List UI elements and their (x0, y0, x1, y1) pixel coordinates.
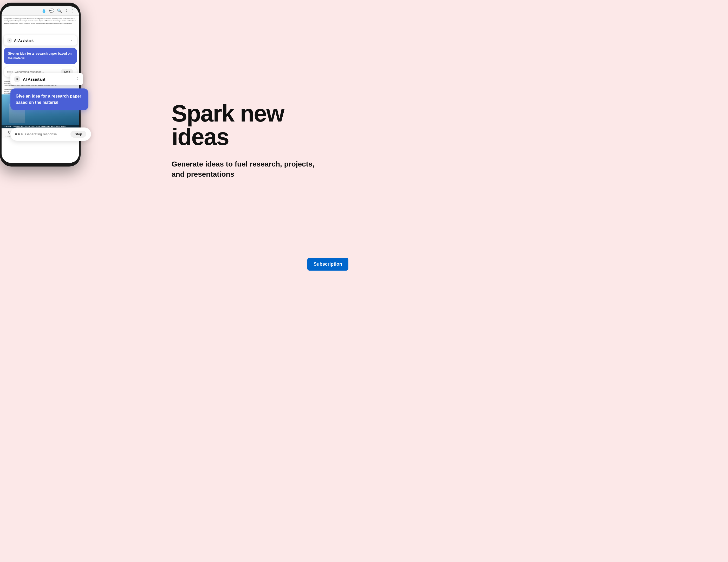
dot-3 (11, 71, 13, 73)
ai-assistant-title: AI Assistant (14, 38, 34, 42)
headline: Spark new ideas (172, 102, 343, 148)
ai-more-button[interactable]: ⋮ (70, 38, 74, 43)
loading-dots (7, 71, 13, 73)
right-section: Spark new ideas Generate ideas to fuel r… (156, 0, 364, 281)
headline-line1: Spark new (172, 102, 343, 125)
big-dot-3 (21, 133, 23, 135)
floating-stop-button[interactable]: Stop (70, 131, 86, 138)
subscription-badge[interactable]: Subscription (307, 258, 348, 270)
ai-close-button[interactable]: × (7, 38, 12, 43)
ai-assistant-panel: × AI Assistant ⋮ (4, 35, 77, 46)
subscription-label: Subscription (314, 261, 342, 267)
phone-document-text-top: Compared to badminton, pickleball shares… (2, 16, 79, 35)
more-icon[interactable]: ⋮ (71, 8, 75, 13)
big-dot-1 (15, 133, 17, 135)
comment-icon[interactable]: 💬 (49, 8, 54, 13)
phone-prompt-bubble: Give an idea for a research paper based … (4, 48, 77, 64)
big-loading-dots (15, 133, 23, 135)
floating-ai-panel: × AI Assistant ⋮ (10, 73, 83, 85)
dot-1 (7, 71, 9, 73)
big-dot-2 (18, 133, 20, 135)
floating-generating-text: Generating response... (25, 132, 60, 136)
floating-ai-more-button[interactable]: ⋮ (75, 76, 80, 82)
floating-ai-title: AI Assistant (23, 77, 45, 81)
headline-line2: ideas (172, 125, 343, 148)
floating-generating-bar: Generating response... Stop (10, 127, 91, 141)
share-icon[interactable]: ⇪ (65, 8, 68, 13)
search-icon[interactable]: 🔍 (57, 8, 62, 13)
dot-2 (9, 71, 11, 73)
floating-prompt-text: Give an idea for a research paper based … (16, 93, 83, 106)
topbar-icons: 💧 💬 🔍 ⇪ ⋮ (41, 8, 75, 13)
phone-topbar: ← 💧 💬 🔍 ⇪ ⋮ (2, 6, 79, 16)
floating-prompt-bubble: Give an idea for a research paper based … (10, 88, 88, 110)
subheadline: Generate ideas to fuel research, project… (172, 159, 317, 179)
highlight-icon[interactable]: 💧 (41, 8, 47, 13)
floating-ai-close-button[interactable]: × (14, 76, 20, 82)
phone-prompt-text: Give an idea for a research paper based … (8, 51, 73, 61)
back-icon[interactable]: ← (6, 9, 10, 13)
